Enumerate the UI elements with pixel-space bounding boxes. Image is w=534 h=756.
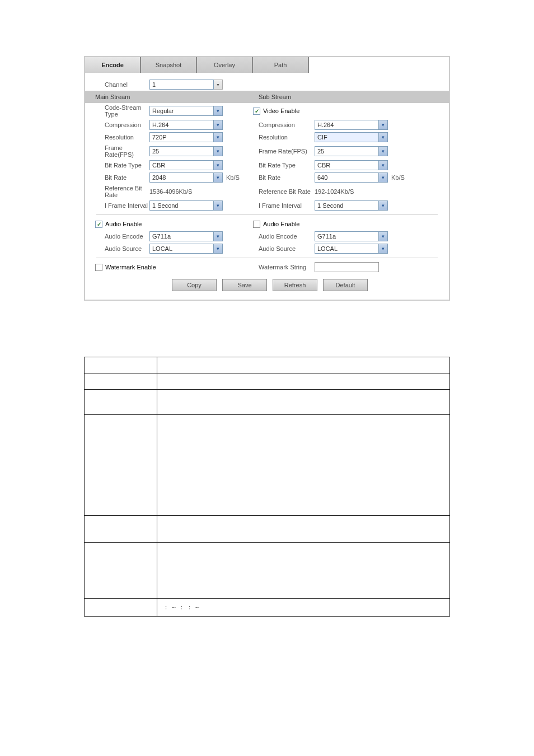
chevron-down-icon: ▾ [379, 172, 388, 183]
sub-fps-select[interactable]: 25 ▾ [315, 146, 388, 156]
chevron-down-icon: ▼ [214, 80, 223, 90]
td-resolution-desc [157, 543, 450, 599]
td-fps [85, 599, 157, 617]
chevron-down-icon: ▾ [379, 120, 388, 130]
sub-audio-enable-label: Audio Enable [263, 221, 299, 227]
sub-ifi-select[interactable]: 1 Second ▾ [315, 200, 388, 211]
main-audio-encode-select[interactable]: G711a ▾ [149, 231, 223, 241]
main-audio-encode-label: Audio Encode [85, 233, 149, 240]
td-video-enable-desc [157, 390, 450, 415]
sub-brt-label: Bit Rate Type [253, 162, 315, 169]
sub-stream-header: Sub Stream [253, 94, 291, 100]
sub-ifi-label: I Frame Interval [253, 202, 315, 209]
main-ifi-select[interactable]: 1 Second ▾ [149, 200, 223, 211]
refresh-button[interactable]: Refresh [273, 279, 317, 291]
sub-audio-encode-label: Audio Encode [253, 233, 315, 240]
sub-br-select[interactable]: 640 ▾ [315, 172, 388, 183]
chevron-down-icon: ▾ [214, 160, 223, 170]
code-stream-label: Code-Stream Type [85, 104, 149, 118]
video-enable-checkbox[interactable]: ✓ [253, 108, 260, 115]
main-audio-source-select[interactable]: LOCAL ▾ [149, 244, 223, 254]
sub-brt-select[interactable]: CBR ▾ [315, 160, 388, 170]
main-compression-label: Compression [85, 122, 149, 128]
main-fps-select[interactable]: 25 ▾ [149, 146, 223, 156]
td-video-enable [85, 390, 157, 415]
td-channel-desc [157, 374, 450, 390]
main-resolution-select[interactable]: 720P ▾ [149, 132, 223, 142]
sub-compression-select[interactable]: H.264 ▾ [315, 120, 388, 130]
chevron-down-icon: ▾ [214, 200, 223, 211]
main-br-label: Bit Rate [85, 174, 149, 181]
td-compression [85, 516, 157, 543]
chevron-down-icon: ▾ [214, 244, 223, 254]
description-table: ： ～ ： ： ～ [84, 357, 450, 617]
chevron-down-icon: ▾ [214, 120, 223, 130]
main-audio-source-label: Audio Source [85, 245, 149, 252]
sub-audio-source-label: Audio Source [253, 245, 315, 252]
main-ref-label: Reference Bit Rate [85, 185, 149, 198]
th-parameter [85, 357, 157, 374]
chevron-down-icon: ▾ [379, 231, 388, 241]
code-stream-select[interactable]: Regular ▾ [149, 106, 223, 116]
channel-select[interactable]: 1 ▼ [149, 80, 223, 90]
tab-snapshot[interactable]: Snapshot [141, 57, 197, 73]
sub-resolution-label: Resolution [253, 134, 315, 141]
sub-audio-source-select[interactable]: LOCAL ▾ [315, 244, 388, 254]
main-br-select[interactable]: 2048 ▾ [149, 172, 223, 183]
main-brt-select[interactable]: CBR ▾ [149, 160, 223, 170]
td-resolution [85, 543, 157, 599]
td-channel [85, 374, 157, 390]
watermark-string-label: Watermark String [253, 264, 315, 270]
main-ifi-label: I Frame Interval [85, 202, 149, 209]
watermark-enable-checkbox[interactable] [95, 264, 102, 271]
chevron-down-icon: ▾ [379, 132, 388, 142]
sub-audio-encode-select[interactable]: G711a ▾ [315, 231, 388, 241]
td-compression-desc [157, 516, 450, 543]
sub-ref-label: Reference Bit Rate [253, 188, 315, 195]
sub-br-unit: Kb/S [391, 174, 405, 181]
main-stream-header: Main Stream [85, 94, 149, 100]
main-compression-select[interactable]: H.264 ▾ [149, 120, 223, 130]
watermark-string-input[interactable] [315, 262, 379, 272]
main-audio-enable-label: Audio Enable [105, 221, 142, 227]
sub-fps-label: Frame Rate(FPS) [253, 148, 315, 155]
chevron-down-icon: ▾ [214, 106, 223, 116]
sub-compression-label: Compression [253, 122, 315, 128]
tab-path[interactable]: Path [253, 57, 309, 73]
sub-audio-enable-checkbox[interactable] [253, 221, 260, 228]
main-brt-label: Bit Rate Type [85, 162, 149, 169]
chevron-down-icon: ▾ [214, 132, 223, 142]
save-button[interactable]: Save [222, 279, 267, 291]
chevron-down-icon: ▾ [379, 160, 388, 170]
main-br-unit: Kb/S [226, 174, 240, 181]
chevron-down-icon: ▾ [379, 244, 388, 254]
sub-br-label: Bit Rate [253, 174, 315, 181]
td-fps-desc: ： ～ ： ： ～ [157, 599, 450, 617]
tab-bar: Encode Snapshot Overlay Path [85, 57, 449, 73]
th-function [157, 357, 450, 374]
main-resolution-label: Resolution [85, 134, 149, 141]
chevron-down-icon: ▾ [214, 172, 223, 183]
td-cst-desc [157, 415, 450, 516]
tab-encode[interactable]: Encode [85, 57, 141, 73]
sub-resolution-select[interactable]: CIF ▾ [315, 132, 388, 142]
main-audio-enable-checkbox[interactable]: ✓ [95, 221, 102, 228]
chevron-down-icon: ▾ [214, 231, 223, 241]
default-button[interactable]: Default [323, 279, 368, 291]
watermark-enable-label: Watermark Enable [105, 264, 156, 270]
encode-panel: Encode Snapshot Overlay Path Channel 1 ▼… [84, 56, 450, 301]
main-fps-label: Frame Rate(FPS) [85, 144, 149, 158]
main-ref-value: 1536-4096Kb/S [149, 188, 192, 195]
chevron-down-icon: ▾ [379, 146, 388, 156]
copy-button[interactable]: Copy [172, 279, 217, 291]
video-enable-label: Video Enable [263, 108, 299, 114]
chevron-down-icon: ▾ [379, 200, 388, 211]
chevron-down-icon: ▾ [214, 146, 223, 156]
tab-overlay[interactable]: Overlay [197, 57, 253, 73]
sub-ref-value: 192-1024Kb/S [315, 188, 354, 195]
channel-label: Channel [85, 81, 149, 88]
td-cst [85, 415, 157, 516]
